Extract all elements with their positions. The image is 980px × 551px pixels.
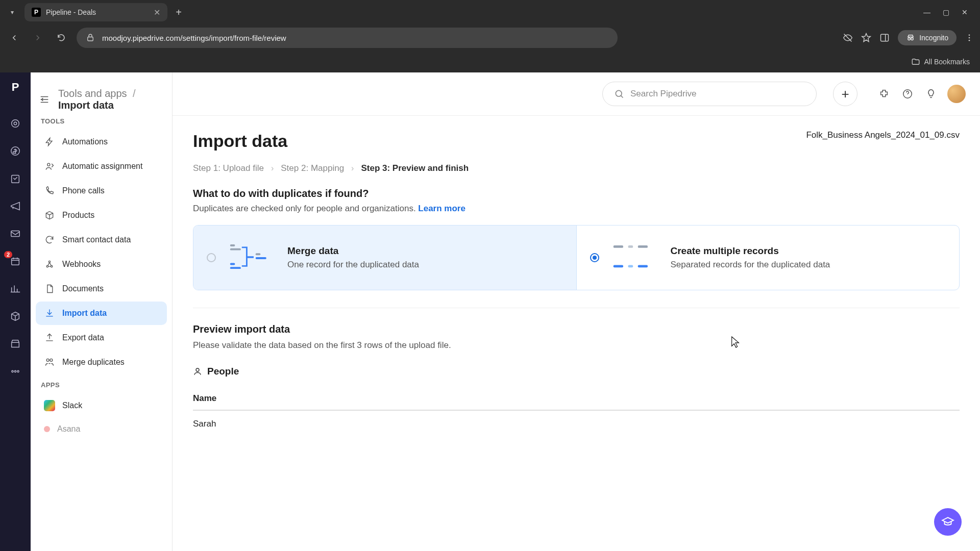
rail-products-icon[interactable]: [8, 309, 22, 323]
tab-list-dropdown[interactable]: ▾: [4, 4, 20, 20]
sidebar-item-documents[interactable]: Documents: [36, 277, 167, 300]
sidebar-item-slack[interactable]: Slack: [36, 394, 167, 417]
svg-rect-35: [628, 265, 633, 267]
export-icon: [44, 332, 55, 343]
learn-more-link[interactable]: Learn more: [418, 204, 465, 213]
app-logo[interactable]: P: [12, 81, 19, 94]
app-root: P 2 Tools and apps / Import data TOOLS A…: [0, 72, 980, 551]
svg-point-9: [14, 122, 17, 125]
forward-button[interactable]: [30, 30, 46, 46]
tracking-icon[interactable]: [843, 33, 853, 43]
incognito-label: Incognito: [919, 34, 948, 42]
all-bookmarks-button[interactable]: All Bookmarks: [924, 58, 970, 66]
choice-create-multiple[interactable]: Create multiple records Separated record…: [577, 226, 960, 290]
maximize-icon[interactable]: ▢: [943, 8, 949, 16]
url-text: moodjoy.pipedrive.com/settings/import/fr…: [102, 34, 286, 42]
search-input[interactable]: Search Pipedrive: [602, 82, 817, 106]
close-tab-icon[interactable]: ✕: [154, 8, 160, 17]
sidebar-item-merge-duplicates[interactable]: Merge duplicates: [36, 350, 167, 374]
webhook-icon: [44, 259, 55, 270]
svg-point-14: [12, 370, 13, 372]
collapse-sidebar-icon[interactable]: [39, 92, 50, 107]
rail-leads-icon[interactable]: [8, 116, 22, 131]
table-column-name: Name: [193, 386, 960, 411]
breadcrumb-parent[interactable]: Tools and apps: [58, 88, 127, 99]
tab-title: Pipeline - Deals: [46, 8, 149, 16]
people-section-header: People: [193, 366, 960, 377]
search-placeholder: Search Pipedrive: [630, 89, 696, 99]
sidebar-item-automations[interactable]: Automations: [36, 130, 167, 154]
svg-rect-30: [256, 257, 266, 259]
radio-selected-icon[interactable]: [590, 253, 599, 262]
browser-tab[interactable]: P Pipeline - Deals ✕: [24, 3, 167, 21]
svg-rect-33: [638, 245, 647, 248]
breadcrumb-current: Import data: [58, 99, 114, 111]
radio-unselected-icon[interactable]: [207, 253, 216, 262]
tips-icon[interactable]: [924, 87, 938, 101]
svg-rect-0: [88, 37, 93, 41]
refresh-icon: [44, 234, 55, 245]
svg-point-22: [50, 359, 53, 361]
rail-more-icon[interactable]: [8, 364, 22, 379]
sidebar-item-smart-contact-data[interactable]: Smart contact data: [36, 228, 167, 252]
side-panel-icon[interactable]: [879, 33, 890, 43]
user-avatar[interactable]: [947, 85, 966, 103]
incognito-icon: [906, 33, 915, 42]
automation-icon: [44, 136, 55, 147]
sidebar-item-automatic-assignment[interactable]: Automatic assignment: [36, 155, 167, 178]
address-field[interactable]: moodjoy.pipedrive.com/settings/import/fr…: [77, 28, 618, 48]
preview-title: Preview import data: [193, 323, 960, 335]
sidebar-item-import-data[interactable]: Import data: [36, 302, 167, 325]
sidebar-item-products[interactable]: Products: [36, 204, 167, 227]
browser-menu-icon[interactable]: [965, 33, 974, 42]
extensions-icon[interactable]: [877, 87, 891, 101]
rail-activities-icon[interactable]: 2: [8, 254, 22, 268]
bookmark-star-icon[interactable]: [861, 33, 871, 43]
rail-deals-icon[interactable]: [8, 144, 22, 158]
choice-multiple-sub: Separated records for the duplicated dat…: [671, 260, 830, 270]
assignment-icon: [44, 161, 55, 172]
rail-insights-icon[interactable]: [8, 282, 22, 296]
choice-multiple-title: Create multiple records: [671, 245, 830, 257]
help-fab-button[interactable]: [934, 508, 962, 536]
reload-button[interactable]: [53, 30, 69, 46]
merge-illustration-icon: [227, 240, 276, 276]
svg-rect-28: [230, 267, 241, 269]
svg-point-18: [46, 266, 48, 267]
site-settings-icon[interactable]: [86, 33, 95, 42]
choice-merge-data[interactable]: Merge data One record for the duplicated…: [193, 226, 577, 290]
help-icon[interactable]: [900, 87, 915, 101]
step-2[interactable]: Step 2: Mapping: [281, 163, 344, 173]
svg-point-21: [46, 359, 49, 361]
rail-campaigns-icon[interactable]: [8, 199, 22, 213]
step-1[interactable]: Step 1: Upload file: [193, 163, 264, 173]
svg-rect-31: [613, 245, 623, 248]
sidebar-item-webhooks[interactable]: Webhooks: [36, 253, 167, 276]
rail-marketplace-icon[interactable]: [8, 337, 22, 351]
nav-rail: P 2: [0, 72, 31, 551]
app-topbar: Search Pipedrive +: [173, 72, 980, 115]
person-icon: [193, 367, 202, 376]
quick-add-button[interactable]: +: [833, 82, 857, 106]
back-button[interactable]: [6, 30, 22, 46]
rail-mail-icon[interactable]: [8, 227, 22, 241]
new-tab-button[interactable]: +: [172, 5, 186, 19]
duplicate-choice-group: Merge data One record for the duplicated…: [193, 225, 960, 290]
asana-icon: [44, 426, 50, 432]
svg-point-20: [48, 261, 50, 262]
svg-point-3: [908, 38, 911, 40]
preview-subtext: Please validate the data based on the fi…: [193, 340, 960, 350]
incognito-indicator[interactable]: Incognito: [898, 30, 957, 45]
sidebar-item-phone-calls[interactable]: Phone calls: [36, 179, 167, 203]
rail-projects-icon[interactable]: [8, 171, 22, 186]
svg-point-17: [47, 163, 50, 166]
document-icon: [44, 283, 55, 294]
sidebar-item-export-data[interactable]: Export data: [36, 326, 167, 349]
main-panel: Search Pipedrive + Folk_Business Angels_…: [173, 72, 980, 551]
svg-rect-32: [628, 245, 633, 248]
svg-point-23: [616, 90, 622, 96]
sidebar-item-asana[interactable]: Asana: [36, 418, 167, 440]
minimize-icon[interactable]: —: [923, 8, 930, 16]
choice-merge-title: Merge data: [287, 245, 419, 257]
close-window-icon[interactable]: ✕: [962, 8, 968, 16]
